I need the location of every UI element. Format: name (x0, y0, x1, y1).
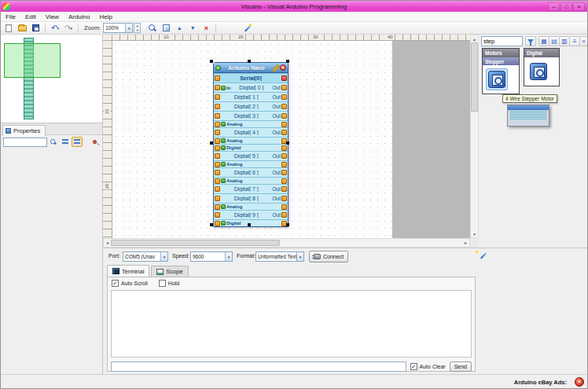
zoom-spinner[interactable]: ▴ ▾ (134, 23, 141, 33)
menu-arduino[interactable]: Arduino (64, 12, 95, 22)
scroll-down-icon[interactable]: ▼ (471, 230, 478, 237)
minimap[interactable] (1, 35, 102, 123)
pin-in-icon[interactable] (215, 130, 220, 135)
horizontal-scrollbar[interactable]: ◄ ► (103, 238, 470, 248)
chevron-down-icon[interactable]: ▾ (125, 24, 132, 32)
pin-out-icon[interactable] (281, 75, 287, 81)
pin-out-icon[interactable] (281, 212, 287, 218)
chevron-down-icon[interactable]: ▾ (160, 252, 167, 261)
tab-terminal[interactable]: Terminal (107, 265, 149, 277)
tab-properties[interactable]: Properties (2, 125, 46, 136)
undo-button[interactable]: ↶▾ (49, 23, 61, 34)
pin-in-icon[interactable] (215, 122, 220, 127)
chevron-down-icon[interactable]: ▾ (296, 252, 303, 261)
pin-in-icon[interactable] (215, 221, 220, 226)
pin-out-icon[interactable] (281, 113, 287, 119)
pin-in-icon[interactable] (215, 75, 220, 81)
pin-out-icon[interactable] (281, 122, 287, 127)
pin-out-icon[interactable] (281, 145, 287, 151)
toggle-grid-button[interactable] (160, 23, 172, 34)
terminal-output[interactable] (111, 290, 472, 358)
connect-button[interactable]: Connect (309, 251, 348, 262)
pin-in-icon[interactable] (215, 94, 220, 100)
stepper-motor-component-tile[interactable] (486, 68, 508, 90)
pin-in-icon[interactable] (215, 196, 220, 201)
chevron-down-icon[interactable]: ▾ (225, 252, 232, 261)
pin-in-icon[interactable] (215, 170, 220, 175)
close-icon[interactable]: × (280, 64, 286, 71)
board-row[interactable]: Digital[ 3 ]Out (214, 111, 288, 120)
props-sort-alpha-button[interactable] (60, 137, 71, 147)
open-project-button[interactable] (16, 23, 28, 34)
board-row[interactable]: Digital (214, 219, 288, 226)
collapse-palette-button[interactable]: « (579, 36, 588, 46)
hold-checkbox[interactable]: Hold (159, 280, 179, 287)
palette-subcategory-stepper[interactable]: Stepper (483, 57, 519, 65)
palette-group-header[interactable]: Motors (483, 49, 519, 57)
pin-in-icon[interactable] (215, 145, 220, 151)
maximize-button[interactable]: □ (560, 2, 572, 11)
props-filter-button[interactable] (48, 137, 59, 147)
board-row[interactable]: Digital (214, 144, 288, 151)
board-row[interactable]: Digital[ 4 ]Out (214, 127, 288, 137)
board-row[interactable]: Analog (214, 137, 288, 144)
redo-button[interactable]: ↷▾ (62, 23, 75, 34)
pin-out-icon[interactable] (281, 178, 287, 184)
palette-filter-button[interactable] (525, 36, 536, 46)
canvas-page[interactable]: Arduino Nano × Serial[0]InDigital[ 0 ]Ou… (112, 41, 392, 238)
pin-in-icon[interactable] (215, 186, 220, 192)
ads-close-icon[interactable]: × (575, 377, 584, 387)
digital-component-tile[interactable] (527, 61, 549, 83)
spinner-down-icon[interactable]: ▾ (134, 28, 140, 33)
checkbox-checked-icon[interactable]: ✓ (410, 363, 417, 370)
pin-out-icon[interactable] (281, 85, 287, 90)
pin-in-icon[interactable] (215, 85, 220, 90)
zoom-combobox[interactable]: 100% ▾ (103, 23, 133, 33)
scroll-left-icon[interactable]: ◄ (104, 240, 111, 247)
checkbox-unchecked-icon[interactable] (159, 280, 166, 287)
palette-group-header[interactable]: Digital (524, 49, 559, 57)
pin-out-icon[interactable] (281, 170, 287, 175)
view-grid-button[interactable]: ▦ (538, 36, 549, 46)
board-row[interactable]: Serial[0] (214, 73, 288, 83)
wrench-icon[interactable] (272, 64, 278, 71)
zoom-fit-button[interactable] (146, 23, 159, 34)
delete-component-button[interactable]: × (200, 23, 212, 34)
pin-out-icon[interactable] (281, 162, 287, 167)
component-search-input[interactable] (481, 36, 523, 46)
board-row[interactable]: Digital[ 1 ]Out (214, 92, 288, 101)
pin-in-icon[interactable] (215, 212, 220, 218)
properties-filter-input[interactable] (3, 138, 47, 147)
board-row[interactable]: Digital[ 9 ]Out (214, 210, 288, 219)
pin-in-icon[interactable] (215, 162, 220, 167)
menu-help[interactable]: Help (94, 12, 116, 22)
pin-out-icon[interactable] (281, 204, 287, 210)
selection-handle[interactable] (210, 223, 213, 226)
props-pin-button[interactable] (89, 137, 100, 147)
pin-out-icon[interactable] (281, 196, 287, 201)
selection-handle[interactable] (286, 223, 289, 226)
speed-combobox[interactable]: 9600 ▾ (190, 251, 233, 262)
board-row[interactable]: Digital[ 7 ]Out (214, 184, 288, 193)
pin-out-icon[interactable] (281, 153, 287, 159)
save-project-button[interactable] (29, 23, 42, 34)
send-message-input[interactable] (111, 361, 406, 372)
selection-handle[interactable] (248, 60, 251, 63)
arduino-board-component[interactable]: Arduino Nano × Serial[0]InDigital[ 0 ]Ou… (213, 62, 288, 227)
pin-in-icon[interactable] (215, 104, 220, 109)
move-up-button[interactable]: ▲ (173, 23, 186, 34)
menu-file[interactable]: File (1, 12, 20, 22)
new-project-button[interactable] (2, 23, 15, 34)
scroll-up-icon[interactable]: ▲ (471, 35, 478, 42)
selection-handle[interactable] (210, 60, 213, 63)
format-combobox[interactable]: Unformatted Text ▾ (255, 251, 304, 262)
board-row[interactable]: Digital[ 2 ]Out (214, 101, 288, 111)
view-list-button[interactable]: ≡ (569, 36, 580, 46)
minimize-button[interactable]: – (548, 2, 560, 11)
board-header[interactable]: Arduino Nano × (214, 63, 288, 73)
pin-out-icon[interactable] (281, 130, 287, 135)
minimap-viewport-rect[interactable] (4, 43, 61, 78)
board-row[interactable]: Analog (214, 160, 288, 167)
tab-scope[interactable]: Scope (151, 266, 188, 277)
horizontal-scroll-thumb[interactable] (111, 240, 280, 246)
